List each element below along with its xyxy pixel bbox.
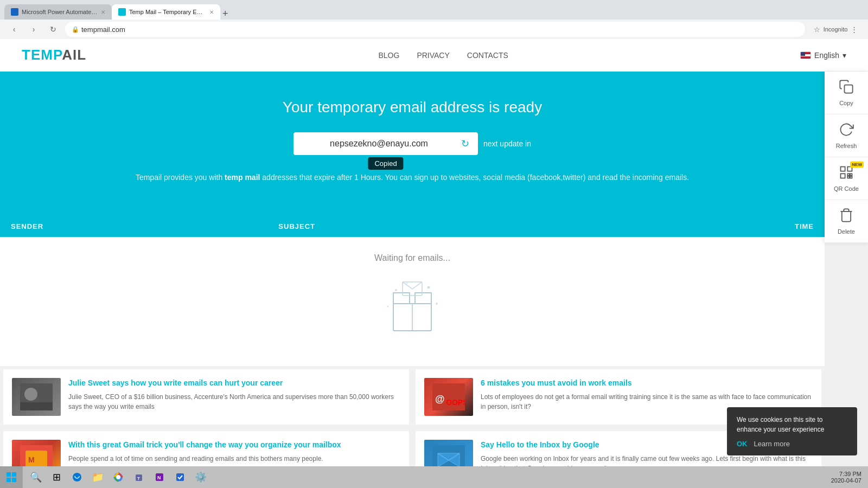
browser-tabs: Microsoft Power Automate | Mi... ✕ Temp … <box>0 0 868 20</box>
blog-thumb-1 <box>12 378 61 416</box>
email-bar-container: nepsezekno@enayu.com ↻ Copied next updat… <box>11 132 814 155</box>
svg-text:M: M <box>28 455 35 464</box>
blog-content-1: Julie Sweet says how you write emails ca… <box>68 378 400 416</box>
browser-tab-2[interactable]: Temp Mail – Temporary Email ✕ <box>112 4 220 20</box>
svg-rect-32 <box>7 478 11 482</box>
file-explorer-taskbar[interactable]: 📁 <box>88 467 107 487</box>
col-subject: SUBJECT <box>278 222 680 230</box>
svg-marker-9 <box>393 293 410 304</box>
sidebar-copy[interactable]: Copy <box>825 72 868 114</box>
profile-button[interactable]: Incognito <box>828 22 843 37</box>
svg-rect-1 <box>841 167 845 171</box>
hero-title: Your temporary email address is ready <box>11 99 814 116</box>
svg-text:T: T <box>137 476 140 481</box>
svg-rect-7 <box>850 176 852 178</box>
svg-rect-40 <box>176 473 184 481</box>
sidebar: Copy Refresh NEW <box>825 72 868 243</box>
flag-icon <box>800 52 811 59</box>
copy-icon <box>839 79 854 98</box>
search-taskbar[interactable]: 🔍 <box>26 467 46 487</box>
empty-message: Waiting for emails... <box>374 253 450 263</box>
copied-tooltip: Copied <box>368 157 403 170</box>
svg-point-20 <box>24 388 37 401</box>
blog-title-2: 6 mistakes you must avoid in work emails <box>481 378 813 389</box>
reload-button[interactable]: ↻ <box>46 22 61 37</box>
browser-chrome: Microsoft Power Automate | Mi... ✕ Temp … <box>0 0 868 39</box>
svg-rect-0 <box>845 85 853 93</box>
sidebar-qrcode[interactable]: NEW QR Code <box>825 157 868 200</box>
table-header: SENDER SUBJECT TIME <box>0 216 825 237</box>
forward-button[interactable]: › <box>26 22 41 37</box>
svg-rect-5 <box>850 174 852 176</box>
qrcode-icon <box>839 165 854 183</box>
blog-title-1: Julie Sweet says how you write emails ca… <box>68 378 400 389</box>
teams-taskbar[interactable]: T <box>129 467 149 487</box>
svg-point-12 <box>395 289 397 291</box>
sidebar-refresh[interactable]: Refresh <box>825 114 868 157</box>
nav-links: BLOG PRIVACY CONTACTS <box>378 51 508 60</box>
nav-contacts[interactable]: CONTACTS <box>467 51 508 60</box>
task-view-taskbar[interactable]: ⊞ <box>47 467 66 487</box>
edge-taskbar[interactable] <box>67 467 87 487</box>
language-selector[interactable]: English ▾ <box>800 51 846 60</box>
browser-actions: ☆ Incognito ⋮ <box>809 22 861 37</box>
browser-tab-1[interactable]: Microsoft Power Automate | Mi... ✕ <box>4 4 112 20</box>
svg-point-15 <box>436 303 438 305</box>
svg-marker-10 <box>415 293 431 304</box>
svg-rect-33 <box>12 478 16 482</box>
cookie-banner: We use cookies on this site to enhance y… <box>727 407 857 455</box>
onenote-taskbar[interactable]: N <box>150 467 169 487</box>
blog-card-1[interactable]: Julie Sweet says how you write emails ca… <box>3 369 409 425</box>
nav-privacy[interactable]: PRIVACY <box>417 51 449 60</box>
col-time: TIME <box>680 222 814 230</box>
blog-title-3: With this great Gmail trick you'll chang… <box>68 440 400 451</box>
blog-thumb-2: @OOPS! <box>424 378 473 416</box>
svg-point-16 <box>406 283 408 285</box>
bookmark-button[interactable]: ☆ <box>809 22 825 37</box>
delete-icon <box>839 208 854 226</box>
svg-rect-21 <box>20 402 53 410</box>
taskbar-start[interactable] <box>0 466 23 488</box>
email-empty-state: Waiting for emails... <box>0 237 825 366</box>
nav-blog[interactable]: BLOG <box>378 51 399 60</box>
empty-box-illustration <box>380 274 445 339</box>
cookie-learn-button[interactable]: Learn more <box>754 440 790 448</box>
cookie-ok-button[interactable]: OK <box>737 440 748 448</box>
taskbar: 🔍 ⊞ 📁 T N ⚙️ 7:39 PM 2020-04-07 <box>0 466 868 488</box>
blog-excerpt-3: People spend a lot of time on sending an… <box>68 454 400 464</box>
chrome-taskbar[interactable] <box>108 467 128 487</box>
settings-taskbar[interactable]: ⚙️ <box>191 467 210 487</box>
col-sender: SENDER <box>11 222 278 230</box>
email-refresh-button[interactable]: ↻ <box>461 138 469 150</box>
blog-excerpt-1: Julie Sweet, CEO of a $16 billion busine… <box>68 392 400 412</box>
windows-icon <box>7 472 16 482</box>
svg-rect-6 <box>847 176 850 178</box>
browser-toolbar: ‹ › ↻ 🔒 tempmail.com ☆ Incognito ⋮ <box>0 20 868 39</box>
svg-text:N: N <box>157 475 161 480</box>
svg-point-35 <box>116 475 120 479</box>
email-address[interactable]: nepsezekno@enayu.com <box>302 139 456 149</box>
hero-description: Tempail provides you with temp mail addr… <box>11 171 814 183</box>
svg-rect-4 <box>847 174 850 176</box>
svg-rect-30 <box>7 472 11 477</box>
svg-rect-31 <box>12 472 16 477</box>
hero-section: Your temporary email address is ready ne… <box>0 72 825 216</box>
svg-text:@: @ <box>435 394 445 404</box>
tab-close-2[interactable]: ✕ <box>209 9 214 15</box>
svg-text:OOPS!: OOPS! <box>446 398 465 407</box>
taskbar-apps: 🔍 ⊞ 📁 T N ⚙️ <box>23 467 825 487</box>
todo-taskbar[interactable] <box>170 467 190 487</box>
new-tab-button[interactable]: + <box>222 8 228 20</box>
taskbar-clock: 7:39 PM 2020-04-07 <box>825 471 868 484</box>
cookie-actions: OK Learn more <box>737 440 847 448</box>
site-header: TEMPAIL BLOG PRIVACY CONTACTS English ▾ <box>0 39 868 72</box>
cookie-message: We use cookies on this site to enhance y… <box>737 415 847 434</box>
next-update-text: next update in <box>483 139 531 148</box>
more-options-button[interactable]: ⋮ <box>846 22 861 37</box>
back-button[interactable]: ‹ <box>7 22 22 37</box>
address-bar[interactable]: 🔒 tempmail.com <box>65 22 805 37</box>
sidebar-delete[interactable]: Delete <box>825 200 868 243</box>
tab-close-1[interactable]: ✕ <box>101 9 105 15</box>
svg-point-14 <box>387 306 389 307</box>
email-table-section: SENDER SUBJECT TIME Waiting for emails..… <box>0 216 825 366</box>
